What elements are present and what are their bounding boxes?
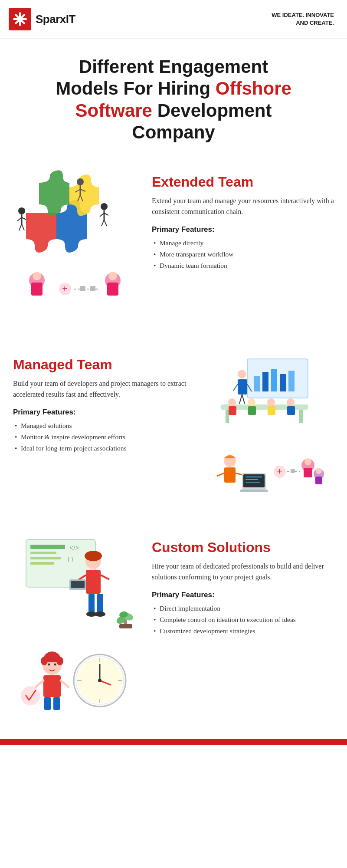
connect-illustration: + [13, 265, 134, 322]
list-item: Monitor & inspire development efforts [13, 431, 195, 443]
svg-point-98 [95, 612, 105, 617]
list-item: More transparent workflow [152, 249, 334, 260]
svg-rect-56 [268, 406, 275, 415]
svg-point-106 [41, 657, 48, 665]
svg-point-33 [108, 272, 117, 280]
svg-point-55 [267, 398, 275, 406]
clock-illustration [13, 639, 134, 717]
svg-rect-79 [315, 477, 322, 484]
header: SparxIT WE IDEATE. INNOVATE AND CREATE. [0, 0, 347, 39]
managed-team-features-title: Primary Features: [13, 408, 195, 417]
svg-rect-50 [299, 410, 303, 423]
extended-team-features-title: Primary Features: [152, 225, 334, 234]
svg-rect-54 [248, 406, 256, 415]
tagline: WE IDEATE. INNOVATE AND CREATE. [272, 11, 334, 27]
managed-team-images: + [204, 352, 334, 504]
meeting-illustration [204, 352, 325, 439]
custom-solutions-section: </> { } [0, 522, 347, 735]
managed-team-title: Managed Team [13, 357, 195, 373]
puzzle-illustration [13, 170, 134, 256]
list-item: Manage directly [152, 237, 334, 249]
list-item: Dynamic team formation [152, 260, 334, 271]
svg-point-57 [287, 398, 295, 406]
svg-rect-43 [238, 379, 247, 395]
custom-solutions-features-title: Primary Features: [152, 591, 334, 599]
extended-team-section: + Extended Team Extend your team and man… [0, 157, 347, 339]
svg-rect-26 [31, 283, 43, 296]
svg-point-25 [33, 272, 41, 280]
svg-rect-40 [280, 374, 286, 391]
svg-point-108 [48, 663, 50, 665]
svg-rect-39 [271, 369, 277, 391]
extended-team-features-list: Manage directly More transparent workflo… [152, 237, 334, 272]
svg-rect-113 [44, 697, 51, 710]
svg-point-75 [304, 458, 311, 465]
svg-rect-37 [254, 376, 260, 391]
svg-rect-110 [43, 675, 61, 697]
svg-point-124 [98, 679, 101, 682]
extended-team-content: Extended Team Extend your team and manag… [152, 170, 334, 272]
svg-point-89 [85, 551, 102, 561]
page-title: Different Engagement Models For Hiring O… [26, 56, 321, 144]
list-item: Direct implementation [152, 603, 334, 614]
svg-point-5 [18, 207, 25, 214]
list-item: Managed solutions [13, 420, 195, 431]
svg-point-17 [77, 178, 84, 185]
logo-icon [9, 8, 31, 30]
custom-solutions-features-list: Direct implementation Complete control o… [152, 603, 334, 637]
svg-rect-96 [97, 594, 103, 613]
svg-rect-61 [224, 467, 236, 483]
svg-rect-41 [288, 371, 295, 391]
svg-point-109 [54, 663, 56, 665]
extended-team-images: + [13, 170, 143, 322]
svg-text:+: + [277, 466, 282, 477]
svg-rect-103 [119, 624, 132, 628]
laptop-illustration: + [204, 448, 325, 504]
svg-rect-38 [262, 372, 268, 391]
svg-rect-30 [80, 286, 85, 291]
svg-text:{ }: { } [67, 556, 74, 562]
managed-team-features-list: Managed solutions Monitor & inspire deve… [13, 420, 195, 454]
managed-team-section: Managed Team Build your team of develope… [0, 339, 347, 522]
developer-illustration: </> { } [13, 535, 134, 631]
svg-rect-114 [53, 697, 60, 710]
custom-solutions-content: Custom Solutions Hire your team of dedic… [152, 535, 334, 637]
svg-rect-49 [226, 410, 229, 423]
main-title-section: Different Engagement Models For Hiring O… [0, 39, 347, 157]
svg-point-42 [238, 370, 246, 378]
custom-solutions-images: </> { } [13, 535, 143, 717]
svg-point-51 [228, 398, 236, 406]
list-item: Complete control on ideation to executio… [152, 614, 334, 625]
extended-team-title: Extended Team [152, 174, 334, 190]
svg-rect-84 [30, 557, 61, 559]
svg-rect-73 [291, 469, 295, 473]
svg-rect-65 [243, 474, 265, 487]
svg-point-107 [56, 657, 63, 665]
logo-text: SparxIT [36, 13, 75, 26]
list-item: Customized development strategies [152, 625, 334, 637]
managed-team-desc: Build your team of developers and projec… [13, 378, 195, 400]
svg-rect-31 [90, 286, 95, 291]
svg-point-78 [316, 468, 322, 474]
svg-point-11 [101, 203, 108, 210]
svg-point-53 [248, 398, 255, 406]
custom-solutions-desc: Hire your team of dedicated professional… [152, 561, 334, 583]
extended-team-desc: Extend your team and manage your resourc… [152, 195, 334, 217]
managed-team-content: Managed Team Build your team of develope… [13, 352, 195, 454]
svg-rect-69 [240, 490, 268, 492]
svg-text:</>: </> [69, 544, 79, 552]
svg-rect-85 [30, 562, 54, 565]
custom-solutions-title: Custom Solutions [152, 539, 334, 556]
svg-rect-83 [30, 552, 56, 554]
svg-rect-95 [88, 594, 95, 613]
svg-rect-76 [304, 468, 312, 477]
logo-area: SparxIT [9, 8, 75, 30]
svg-point-125 [21, 686, 40, 705]
svg-rect-90 [86, 570, 101, 594]
svg-rect-82 [30, 545, 65, 549]
svg-rect-58 [287, 406, 295, 415]
svg-rect-34 [107, 283, 118, 296]
footer-bar [0, 739, 347, 745]
list-item: Ideal for long-term project associations [13, 443, 195, 454]
svg-text:+: + [62, 283, 68, 294]
